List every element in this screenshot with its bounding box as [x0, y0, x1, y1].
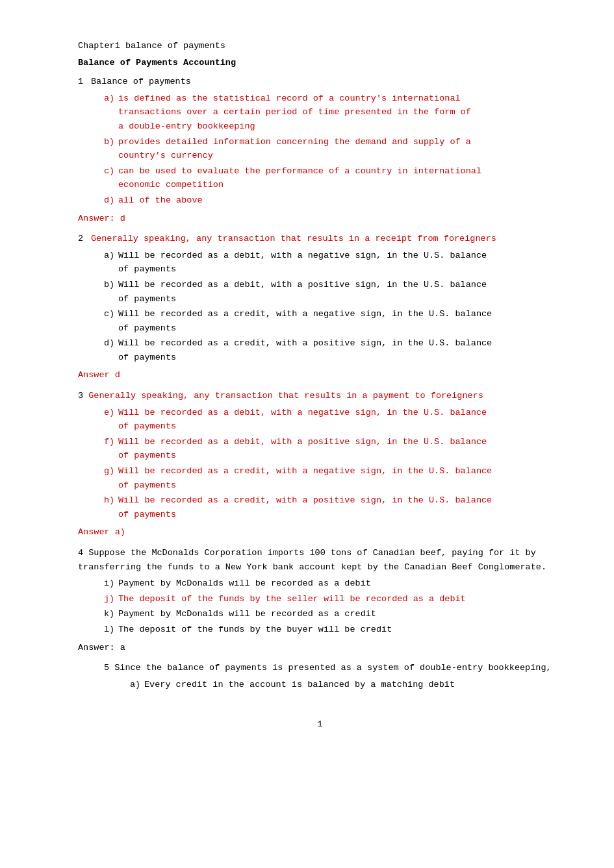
question-2: 2 Generally speaking, any transaction th…	[78, 232, 562, 382]
q1-option-a-text: is defined as the statistical record of …	[118, 92, 471, 134]
q3-option-f-text: Will be recorded as a debit, with a posi…	[118, 435, 487, 463]
q3-number: 3	[78, 391, 83, 401]
q2-option-b-label: b)	[104, 278, 118, 292]
q1-option-d: d) all of the above	[104, 193, 562, 208]
q2-option-d: d) Will be recorded as a credit, with a …	[104, 336, 562, 364]
q1-option-d-label: d)	[104, 193, 118, 208]
question-1: 1 Balance of payments a) is defined as t…	[78, 75, 562, 225]
q2-option-b-text: Will be recorded as a debit, with a posi…	[118, 278, 487, 306]
q2-option-d-label: d)	[104, 336, 118, 351]
q2-options: a) Will be recorded as a debit, with a n…	[104, 249, 562, 365]
q2-option-a-label: a)	[104, 249, 118, 263]
q4-option-j-label: j)	[104, 592, 118, 606]
q2-answer: Answer d	[78, 368, 562, 382]
q2-option-a-text: Will be recorded as a debit, with a nega…	[118, 249, 487, 277]
q2-line: 2 Generally speaking, any transaction th…	[78, 232, 562, 246]
q3-option-g-text: Will be recorded as a credit, with a neg…	[118, 464, 492, 492]
q1-option-c-text: can be used to evaluate the performance …	[118, 164, 481, 192]
q1-number: 1	[78, 75, 91, 89]
q3-option-e: e) Will be recorded as a debit, with a n…	[104, 406, 562, 434]
q5-options: a) Every credit in the account is balanc…	[130, 678, 562, 692]
q1-option-b-label: b)	[104, 135, 118, 149]
q1-option-b: b) provides detailed information concern…	[104, 135, 562, 163]
q4-option-j: j) The deposit of the funds by the selle…	[104, 592, 562, 606]
q4-option-k-text: Payment by McDonalds will be recorded as…	[118, 607, 376, 621]
q1-answer: Answer: d	[78, 212, 562, 226]
q4-answer: Answer: a	[78, 641, 562, 655]
question-5: 5 Since the balance of payments is prese…	[78, 661, 562, 691]
q1-option-d-text: all of the above	[118, 193, 203, 208]
q5-option-a-label: a)	[130, 678, 144, 692]
q3-option-e-label: e)	[104, 406, 118, 420]
q3-line: 3 Generally speaking, any transaction th…	[78, 389, 562, 403]
q4-option-j-text: The deposit of the funds by the seller w…	[118, 592, 466, 606]
q2-option-c: c) Will be recorded as a credit, with a …	[104, 307, 562, 335]
q5-text: 5 Since the balance of payments is prese…	[104, 661, 562, 675]
q5-option-a-text: Every credit in the account is balanced …	[144, 678, 455, 692]
q2-option-d-text: Will be recorded as a credit, with a pos…	[118, 336, 492, 364]
q4-option-k-label: k)	[104, 607, 118, 621]
q4-option-k: k) Payment by McDonalds will be recorded…	[104, 607, 562, 621]
q1-option-a: a) is defined as the statistical record …	[104, 92, 562, 134]
q4-option-i-text: Payment by McDonalds will be recorded as…	[118, 577, 371, 591]
q1-line: 1 Balance of payments	[78, 75, 562, 89]
q3-option-h-text: Will be recorded as a credit, with a pos…	[118, 493, 492, 521]
question-4: 4 Suppose the McDonalds Corporation impo…	[78, 546, 562, 654]
q3-answer: Answer a)	[78, 525, 562, 539]
q3-option-e-text: Will be recorded as a debit, with a nega…	[118, 406, 487, 434]
q4-option-i: i) Payment by McDonalds will be recorded…	[104, 577, 562, 591]
q1-option-a-label: a)	[104, 92, 118, 106]
q3-option-f-label: f)	[104, 435, 118, 449]
q4-option-l: l) The deposit of the funds by the buyer…	[104, 623, 562, 637]
q4-options: i) Payment by McDonalds will be recorded…	[104, 577, 562, 636]
q3-option-g: g) Will be recorded as a credit, with a …	[104, 464, 562, 492]
q1-options: a) is defined as the statistical record …	[104, 92, 562, 208]
q3-text: Generally speaking, any transaction that…	[83, 391, 483, 401]
q2-option-a: a) Will be recorded as a debit, with a n…	[104, 249, 562, 277]
q4-option-i-label: i)	[104, 577, 118, 591]
q3-option-g-label: g)	[104, 464, 118, 478]
q1-option-c-label: c)	[104, 164, 118, 179]
q3-option-h-label: h)	[104, 493, 118, 508]
q2-option-b: b) Will be recorded as a debit, with a p…	[104, 278, 562, 306]
q3-option-f: f) Will be recorded as a debit, with a p…	[104, 435, 562, 463]
q2-text: Generally speaking, any transaction that…	[91, 232, 496, 246]
q1-option-b-text: provides detailed information concerning…	[118, 135, 471, 163]
q4-option-l-text: The deposit of the funds by the buyer wi…	[118, 623, 392, 637]
q3-option-h: h) Will be recorded as a credit, with a …	[104, 493, 562, 521]
q2-number: 2	[78, 232, 91, 246]
q1-option-c: c) can be used to evaluate the performan…	[104, 164, 562, 192]
q2-option-c-text: Will be recorded as a credit, with a neg…	[118, 307, 492, 335]
q5-option-a: a) Every credit in the account is balanc…	[130, 678, 562, 692]
q1-text: Balance of payments	[91, 75, 191, 89]
q4-text: 4 Suppose the McDonalds Corporation impo…	[78, 546, 562, 574]
q4-option-l-label: l)	[104, 623, 118, 637]
q5-block: 5 Since the balance of payments is prese…	[104, 661, 562, 691]
section-title: Balance of Payments Accounting	[78, 56, 562, 70]
page-number: 1	[78, 717, 562, 732]
chapter-title: Chapter1 balance of payments	[78, 39, 562, 53]
q3-options: e) Will be recorded as a debit, with a n…	[104, 406, 562, 522]
q2-option-c-label: c)	[104, 307, 118, 321]
page-container: Chapter1 balance of payments Balance of …	[78, 39, 562, 732]
question-3: 3 Generally speaking, any transaction th…	[78, 389, 562, 539]
